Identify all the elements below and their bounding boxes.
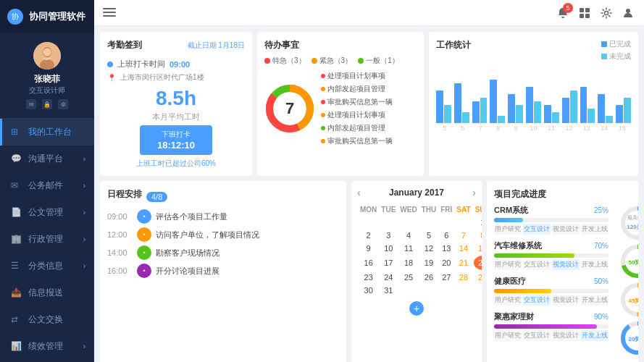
calendar-next-button[interactable]: › (472, 187, 476, 198)
calendar-day[interactable]: 30 (359, 285, 378, 296)
proj-step: 交互设计 (523, 224, 551, 235)
calendar-day[interactable] (420, 285, 438, 296)
calendar-day[interactable]: 23 (359, 272, 378, 283)
proj-steps: 用户研究 交互设计 视觉设计 开发上线 (494, 295, 609, 306)
calendar-header: ‹ January 2017 › (357, 187, 476, 198)
calendar-day[interactable]: 22 (474, 256, 482, 270)
sched-text: 勘察客户现场情况 (156, 248, 219, 258)
calendar-day[interactable]: 7 (455, 230, 472, 241)
calendar-day[interactable]: 13 (439, 243, 453, 254)
sidebar-item-workbench[interactable]: ⊞ 我的工作台 (0, 119, 94, 146)
calendar-day[interactable] (359, 216, 378, 228)
punchout-button[interactable]: 下班打卡 18:12:10 (140, 125, 212, 155)
calendar-day[interactable]: 29 (474, 272, 482, 283)
settings-icon[interactable]: ⚙ (58, 99, 68, 109)
settings-button[interactable] (599, 6, 614, 20)
todo-item-4: 处理项目计划事项 (321, 109, 417, 122)
calendar-day[interactable]: 4 (398, 230, 418, 241)
location-text: 上海市闵行区时代广场1楼 (120, 72, 204, 83)
sched-item-4: 16:00 • 开分讨论项目进展 (107, 264, 339, 278)
calendar-day[interactable]: 27 (439, 272, 453, 283)
sched-dot: • (137, 264, 151, 278)
calendar-day[interactable] (474, 285, 482, 296)
calendar-day[interactable]: 15 (474, 243, 482, 254)
user-button[interactable] (621, 6, 635, 20)
proj-step: 交互设计 (523, 295, 551, 306)
doc-icon: 📄 (11, 207, 22, 219)
calendar-day[interactable]: 10 (380, 243, 397, 254)
admin-icon: 🏢 (11, 234, 22, 245)
calendar-day[interactable]: 3 (380, 230, 397, 241)
calendar-day[interactable]: 5 (420, 230, 438, 241)
proj-step: 用户研究 (494, 259, 522, 270)
workstats-x-labels: 5 6 7 8 9 10 11 12 13 14 15 (436, 125, 631, 132)
menu-toggle-button[interactable] (103, 8, 116, 18)
calendar-day[interactable]: 9 (359, 243, 378, 254)
calendar-day[interactable] (380, 216, 397, 228)
calendar-day[interactable]: 28 (455, 272, 472, 283)
chevron-right-icon: › (83, 262, 85, 270)
proj-bar-wrap (494, 218, 609, 222)
calendar-day[interactable] (439, 216, 453, 228)
calendar-day[interactable]: 31 (380, 285, 397, 296)
calendar-day[interactable]: 24 (380, 272, 397, 283)
calendar-day[interactable]: 18 (398, 256, 418, 270)
legend-normal-label: 一般（1） (366, 56, 399, 66)
sched-text: 评估各个项目工作量 (156, 211, 227, 222)
list-icon: ☰ (11, 261, 22, 272)
schedule-header: 日程安排 4/8 (107, 188, 339, 205)
calendar-day[interactable] (398, 285, 418, 296)
apps-button[interactable] (577, 6, 592, 20)
calendar-day[interactable]: 19 (420, 256, 438, 270)
sched-text: 访问客户单位，了解项目情况 (156, 230, 259, 240)
todo-list: 处理项目计划事项 内部发起项目管理 审批购买信息第一辆 处理项目计划事 (321, 70, 417, 148)
calendar-day[interactable] (455, 216, 472, 228)
sidebar-item-affairs[interactable]: ✉ 公务邮件 › (0, 172, 94, 199)
hours-value: 8.5h (107, 87, 245, 110)
main-content: 5 考勤签到 截止日期 1月18日 (94, 0, 644, 362)
cal-header-sun: SUN (474, 204, 482, 215)
todo-card: 待办事宜 特急（3） 紧急（3） 一般（1） (257, 32, 424, 176)
chevron-right-icon: › (83, 342, 85, 350)
sched-dot: • (137, 227, 151, 242)
calendar-day[interactable] (398, 216, 418, 228)
chat-icon: 💬 (11, 153, 22, 165)
nav-label: 沟通平台 (28, 153, 63, 165)
sidebar-item-admin[interactable]: 🏢 行政管理 › (0, 226, 94, 253)
sidebar-item-performance[interactable]: 📊 绩效管理 › (0, 333, 94, 360)
calendar-day[interactable]: 1 (474, 216, 482, 228)
calendar-day[interactable]: 17 (380, 256, 397, 270)
sched-time: 09:00 (107, 212, 133, 221)
calendar-day[interactable] (455, 285, 472, 296)
item-dot (321, 126, 325, 130)
sidebar-item-exchange[interactable]: ⇄ 公文交换 (0, 306, 94, 333)
calendar-day[interactable]: 14 (455, 243, 472, 254)
project-bars: CRM系统 25% 用户研究 交互设计 视觉设计 开发上线 (494, 205, 609, 358)
proj-pct: 50% (594, 277, 609, 285)
sidebar-item-documents[interactable]: 📄 公文管理 › (0, 199, 94, 226)
calendar-add-button[interactable]: + (409, 301, 424, 316)
calendar-day[interactable]: 20 (439, 256, 453, 270)
calendar-day[interactable]: 26 (420, 272, 438, 283)
sidebar-item-category[interactable]: ☰ 分类信息 › (0, 253, 94, 279)
notification-button[interactable]: 5 (556, 6, 570, 20)
mail-icon[interactable]: ✉ (26, 99, 36, 109)
calendar-day[interactable] (420, 216, 438, 228)
calendar-day[interactable]: 2 (359, 230, 378, 241)
calendar-day[interactable]: 25 (398, 272, 418, 283)
calendar-day[interactable]: 8 (474, 230, 482, 241)
calendar-day[interactable]: 11 (398, 243, 418, 254)
schedule-title-group: 日程安排 4/8 (107, 188, 167, 205)
calendar-day[interactable]: 12 (420, 243, 438, 254)
chart-icon: 📊 (11, 341, 22, 353)
calendar-day[interactable]: 6 (439, 230, 453, 241)
lock-icon[interactable]: 🔒 (42, 99, 52, 109)
item-dot (321, 139, 325, 143)
proj-steps: 用户研究 交互设计 视觉设计 开发上线 (494, 224, 609, 235)
sidebar-item-communication[interactable]: 💬 沟通平台 › (0, 146, 94, 172)
calendar-day[interactable] (439, 285, 453, 296)
calendar-day[interactable]: 21 (455, 256, 472, 270)
sidebar-item-infosend[interactable]: 📤 信息报送 (0, 279, 94, 306)
calendar-day[interactable]: 16 (359, 256, 378, 270)
calendar-prev-button[interactable]: ‹ (357, 187, 361, 198)
